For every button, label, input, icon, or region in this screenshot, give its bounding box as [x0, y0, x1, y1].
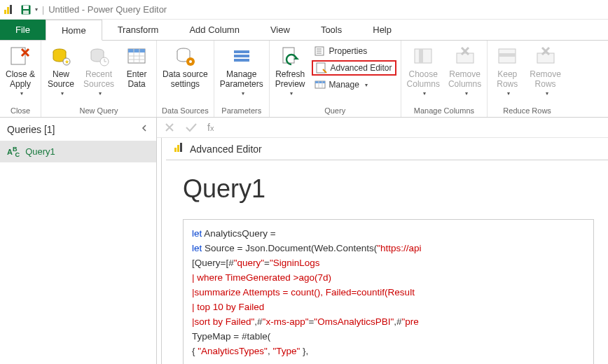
queries-panel: Queries [1] ABC Query1: [0, 118, 157, 364]
new-source-button[interactable]: ★ New Source: [43, 42, 79, 99]
tab-file[interactable]: File: [0, 20, 46, 40]
new-source-label: New Source: [48, 69, 74, 89]
window-title: Untitled - Power Query Editor: [48, 4, 167, 15]
title-bar: ▾ | Untitled - Power Query Editor: [0, 0, 608, 20]
tab-view[interactable]: View: [255, 20, 305, 40]
properties-icon: [315, 46, 326, 57]
refresh-preview-button[interactable]: Refresh Preview: [271, 42, 310, 99]
svg-text:★: ★: [64, 59, 69, 65]
svg-rect-1: [7, 7, 9, 14]
properties-button[interactable]: Properties: [312, 43, 396, 59]
group-label-data-sources: Data Sources: [158, 105, 212, 117]
remove-columns-label: Remove Columns: [448, 69, 481, 89]
data-source-settings-label: Data source settings: [163, 69, 208, 89]
svg-rect-36: [419, 49, 423, 63]
tab-help[interactable]: Help: [357, 20, 407, 40]
tab-home[interactable]: Home: [46, 20, 102, 41]
group-label-manage-columns: Manage Columns: [403, 105, 486, 117]
ribbon: Close & Apply Close ★ New Source Recent …: [0, 41, 608, 118]
advanced-editor-heading: Query1: [183, 174, 594, 204]
query-item[interactable]: ABC Query1: [0, 141, 156, 162]
enter-data-label: Enter Data: [127, 69, 147, 89]
remove-columns-button[interactable]: Remove Columns: [444, 42, 485, 99]
group-query: Refresh Preview Properties Advanced Edit…: [270, 41, 401, 117]
data-source-settings-icon: [174, 45, 196, 67]
qat-dropdown[interactable]: ▾: [35, 6, 38, 13]
svg-rect-0: [4, 10, 6, 14]
collapse-icon[interactable]: [139, 123, 149, 135]
new-source-icon: ★: [50, 45, 72, 67]
recent-sources-button[interactable]: Recent Sources: [79, 42, 118, 99]
svg-rect-4: [23, 6, 29, 9]
group-new-query: ★ New Source Recent Sources Enter Data N…: [41, 41, 157, 117]
data-source-settings-button[interactable]: Data source settings: [158, 42, 212, 89]
svg-rect-30: [317, 63, 325, 73]
svg-rect-5: [23, 10, 29, 14]
group-parameters: Manage Parameters Parameters: [214, 41, 270, 117]
advanced-editor-label: Advanced Editor: [330, 63, 392, 73]
choose-columns-icon: [412, 45, 434, 67]
group-close: Close & Apply Close: [0, 41, 41, 117]
manage-icon: [315, 79, 326, 90]
svg-rect-39: [499, 53, 516, 57]
group-data-sources: Data source settings Data Sources: [157, 41, 214, 117]
svg-rect-40: [537, 53, 554, 63]
manage-parameters-button[interactable]: Manage Parameters: [216, 42, 268, 99]
query-type-icon: ABC: [7, 146, 20, 158]
advanced-editor-window-title: Advanced Editor: [190, 144, 262, 155]
close-apply-icon: [9, 45, 32, 67]
close-apply-label: Close & Apply: [6, 69, 35, 89]
manage-parameters-icon: [230, 45, 253, 67]
group-label-query: Query: [271, 105, 399, 117]
advanced-editor-button[interactable]: Advanced Editor: [312, 60, 396, 76]
keep-rows-icon: [496, 45, 518, 67]
tab-transform[interactable]: Transform: [102, 20, 174, 40]
svg-rect-41: [174, 148, 177, 152]
commit-icon[interactable]: [185, 122, 198, 133]
advanced-editor-body: Query1 let AnalyticsQuery = let Source =…: [162, 160, 608, 364]
group-label-new-query: New Query: [43, 105, 155, 117]
svg-rect-23: [234, 59, 249, 62]
enter-data-button[interactable]: Enter Data: [118, 42, 155, 89]
refresh-icon: [279, 45, 301, 67]
svg-rect-32: [315, 81, 325, 83]
svg-rect-21: [234, 50, 249, 53]
remove-rows-label: Remove Rows: [530, 69, 561, 89]
keep-rows-label: Keep Rows: [497, 69, 518, 89]
svg-rect-22: [234, 55, 249, 57]
code-editor[interactable]: let AnalyticsQuery = let Source = Json.D…: [183, 219, 594, 364]
recent-sources-label: Recent Sources: [83, 69, 114, 89]
group-reduce-rows: Keep Rows Remove Rows Reduce Rows: [488, 41, 567, 117]
close-and-apply-button[interactable]: Close & Apply: [1, 42, 39, 99]
svg-point-20: [189, 60, 192, 63]
body: Queries [1] ABC Query1 fx Advanced Edito…: [0, 118, 608, 364]
properties-label: Properties: [329, 46, 367, 56]
choose-columns-button[interactable]: Choose Columns: [403, 42, 444, 99]
svg-rect-42: [177, 145, 179, 152]
remove-rows-button[interactable]: Remove Rows: [525, 42, 565, 99]
svg-rect-2: [10, 5, 12, 14]
fx-icon[interactable]: fx: [207, 122, 214, 133]
queries-header: Queries [1]: [0, 118, 156, 141]
tab-add-column[interactable]: Add Column: [174, 20, 255, 40]
recent-sources-icon: [88, 45, 110, 67]
app-icon: [3, 4, 14, 15]
query-item-label: Query1: [25, 146, 55, 157]
app-icon-small: [173, 142, 184, 155]
formula-bar: fx: [157, 118, 608, 138]
keep-rows-button[interactable]: Keep Rows: [489, 42, 525, 99]
group-label-reduce-rows: Reduce Rows: [489, 105, 565, 117]
advanced-editor-icon: [316, 62, 327, 74]
cancel-icon[interactable]: [164, 122, 175, 133]
advanced-editor-titlebar: Advanced Editor: [166, 138, 608, 160]
manage-label: Manage: [329, 80, 359, 90]
editor-pane: fx Advanced Editor Query1 let AnalyticsQ…: [157, 118, 608, 364]
svg-rect-13: [128, 49, 145, 52]
manage-button[interactable]: Manage: [312, 77, 396, 92]
group-label-close: Close: [1, 105, 39, 117]
tab-tools[interactable]: Tools: [305, 20, 357, 40]
refresh-preview-label: Refresh Preview: [275, 69, 305, 89]
separator: |: [42, 5, 44, 15]
remove-columns-icon: [454, 45, 476, 67]
save-button[interactable]: [17, 1, 35, 18]
